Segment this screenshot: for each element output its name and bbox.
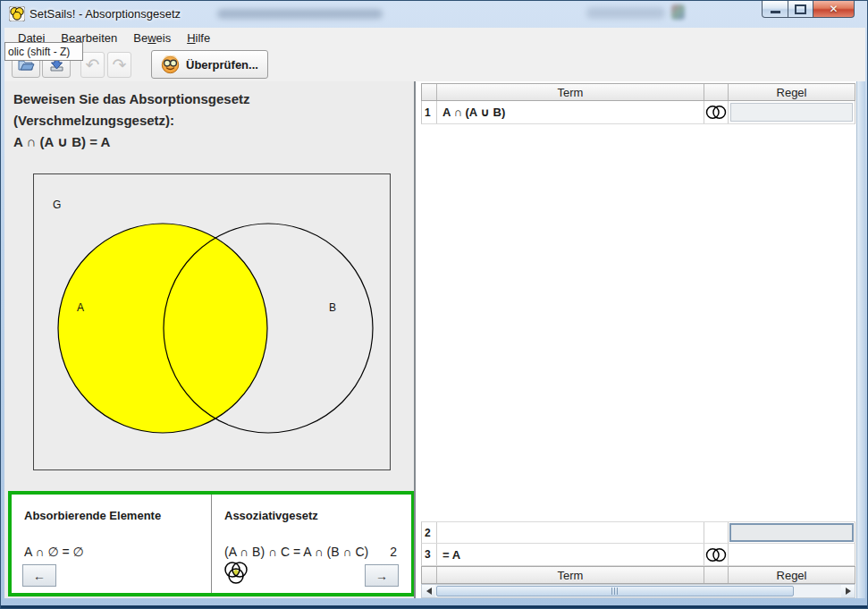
menu-beweis[interactable]: Beweis: [125, 30, 179, 47]
venn-preview-cell[interactable]: [704, 544, 729, 565]
undo-icon: ↶: [86, 56, 100, 73]
close-button[interactable]: ✕: [813, 1, 855, 18]
row-number-column-footer: [422, 567, 437, 583]
row-number: 3: [422, 544, 437, 565]
maximize-icon: [795, 4, 806, 14]
rule-column-header[interactable]: Regel: [729, 84, 855, 100]
venn-diagram: G A B: [33, 173, 391, 470]
tooltip-text: olic (shift - Z): [8, 46, 70, 58]
rule-count: 2: [390, 545, 397, 559]
term-column-footer: Term: [437, 567, 704, 583]
rule-carousel: Absorbierende Elemente A ∩ ∅ = ∅ ← Assoz…: [8, 491, 415, 596]
scrollbar-thumb[interactable]: [436, 586, 794, 596]
redo-icon: ↷: [113, 56, 127, 73]
proof-row-1[interactable]: 1 A ∩ (A ∪ B): [421, 101, 855, 124]
tooltip: olic (shift - Z): [4, 42, 83, 61]
scrollbar-grip-icon: [611, 588, 619, 595]
rule-field-focused[interactable]: [729, 523, 854, 542]
previous-rule-button[interactable]: ←: [22, 564, 56, 587]
rule-formula: (A ∩ B) ∩ C = A ∩ (B ∩ C): [224, 545, 368, 559]
minimize-button[interactable]: [762, 1, 788, 18]
rule-formula: A ∩ ∅ = ∅: [24, 545, 84, 559]
rule-column-footer: Regel: [729, 567, 855, 583]
rule-cell[interactable]: [729, 101, 855, 123]
task-heading: Beweisen Sie das Absorptionsgesetz (Vers…: [13, 89, 250, 153]
redacted-text-smudge: [217, 9, 383, 19]
scroll-right-button[interactable]: [841, 585, 855, 597]
check-proof-label: Überprüfen...: [186, 58, 258, 72]
rule-card-assoziativgesetz[interactable]: Assoziativgesetz (A ∩ B) ∩ C = A ∩ (B ∩ …: [211, 495, 411, 593]
title-bar[interactable]: SetSails! - Absorptionsgesetz ✕: [1, 1, 867, 27]
main-area: Beweisen Sie das Absorptionsgesetz (Vers…: [4, 81, 865, 598]
rule-field[interactable]: [730, 103, 853, 122]
app-venn-icon: [9, 6, 25, 21]
rule-cell[interactable]: [729, 544, 855, 565]
venn-preview-cell[interactable]: [704, 522, 729, 543]
scroll-right-icon: [846, 588, 851, 595]
redacted-logo-smudge: [671, 4, 685, 20]
set-a-circle: [58, 224, 267, 433]
menu-hilfe[interactable]: Hilfe: [179, 30, 218, 47]
vertical-scrollbar[interactable]: [856, 81, 865, 598]
task-panel: Beweisen Sie das Absorptionsgesetz (Vers…: [4, 81, 414, 598]
row-number: 1: [422, 101, 437, 123]
minimize-icon: [771, 11, 780, 13]
universe-label: G: [53, 199, 61, 211]
term-cell[interactable]: = A: [437, 544, 704, 565]
maximize-button[interactable]: [788, 1, 813, 18]
proof-table-footer: Term Regel: [421, 566, 855, 584]
three-set-venn-icon: [221, 560, 251, 592]
set-b-label: B: [329, 301, 336, 314]
redo-button[interactable]: ↷: [107, 52, 131, 78]
rule-cell[interactable]: [729, 522, 855, 543]
row-number-column-header[interactable]: [422, 84, 437, 100]
menu-bar: Datei Bearbeiten Beweis Hilfe: [4, 28, 865, 47]
window-content: Datei Bearbeiten Beweis Hilfe ↶: [4, 28, 865, 598]
two-set-venn-icon: [704, 104, 728, 121]
undo-button[interactable]: ↶: [80, 52, 105, 78]
diagram-column-footer: [704, 567, 729, 583]
proof-table-header: Term Regel: [421, 83, 855, 101]
app-window: SetSails! - Absorptionsgesetz ✕ Datei Be…: [0, 0, 868, 609]
venn-preview-cell[interactable]: [704, 101, 729, 123]
task-heading-line3: A ∩ (A ∪ B) = A: [13, 131, 250, 153]
term-cell[interactable]: [437, 522, 704, 543]
term-column-header[interactable]: Term: [437, 84, 704, 100]
window-controls: ✕: [762, 1, 855, 18]
scroll-left-button[interactable]: [422, 585, 435, 597]
diagram-column-header[interactable]: [704, 84, 729, 100]
proof-row-2[interactable]: 2: [421, 521, 855, 544]
rule-title: Assoziativgesetz: [224, 509, 318, 522]
task-heading-line2: (Verschmelzungsgesetz):: [13, 110, 250, 131]
set-a-label: A: [77, 301, 84, 314]
two-set-venn-icon: [704, 546, 728, 563]
window-title: SetSails! - Absorptionsgesetz: [29, 7, 181, 21]
left-arrow-icon: ←: [33, 569, 46, 583]
rule-card-absorbierende-elemente[interactable]: Absorbierende Elemente A ∩ ∅ = ∅ ←: [12, 495, 211, 593]
redacted-icons-smudge: [586, 7, 665, 19]
close-icon: ✕: [829, 3, 838, 15]
scroll-left-icon: [426, 588, 432, 595]
task-heading-line1: Beweisen Sie das Absorptionsgesetz: [13, 89, 250, 110]
rule-title: Absorbierende Elemente: [24, 509, 161, 522]
row-number: 2: [422, 522, 437, 543]
smiley-glasses-icon: [161, 55, 180, 74]
term-cell[interactable]: A ∩ (A ∪ B): [437, 101, 704, 123]
horizontal-scrollbar[interactable]: [421, 584, 855, 598]
next-rule-button[interactable]: →: [365, 564, 399, 587]
right-arrow-icon: →: [375, 569, 388, 583]
proof-row-3[interactable]: 3 = A: [421, 544, 855, 566]
toolbar: ↶ ↷ Überprüfen...: [4, 47, 865, 82]
proof-panel: Term Regel 1 A ∩ (A ∪ B): [416, 81, 865, 598]
check-proof-button[interactable]: Überprüfen...: [151, 50, 268, 79]
